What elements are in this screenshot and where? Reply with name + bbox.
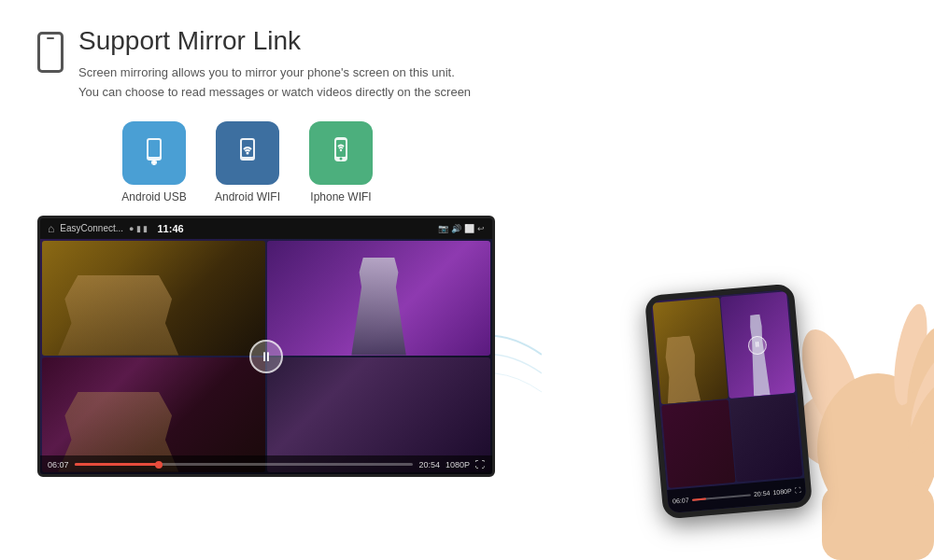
progress-start-time: 06:07 [48,460,69,469]
header-section: Support Mirror Link Screen mirroring all… [0,0,934,112]
progress-fill [75,463,160,466]
screen-icon: ⬜ [464,224,474,233]
iphone-thumb-2: ⏸ [720,291,796,399]
iphone-fullscreen-icon[interactable]: ⛶ [794,487,801,495]
svg-point-10 [340,157,343,160]
home-icon: ⌂ [48,222,54,235]
iphone-video-grid: ⏸ [650,289,804,490]
page-container: Support Mirror Link Screen mirroring all… [0,0,934,560]
status-icons: ● ▮ ▮ [129,224,148,233]
svg-rect-9 [336,140,346,157]
progress-end-time: 20:54 [418,460,440,469]
svg-rect-1 [149,140,160,157]
progress-track[interactable] [75,463,414,466]
video-area: ⏸ 06:07 20:54 1080P ⛶ [40,239,492,474]
iphone-device: ⏸ 06:07 20:54 1080P ⛶ [644,283,813,519]
phone-hand-wrapper: ⏸ 06:07 20:54 1080P ⛶ [542,168,934,560]
android-wifi-svg [229,134,266,172]
phone-icon [37,32,64,73]
android-wifi-icon-box [216,121,279,185]
iphone-end-time: 20:54 [754,490,771,498]
car-screen-wrapper: ⌂ EasyConnect... ● ▮ ▮ 11:46 📷 🔊 ⬜ ↩ [37,216,495,477]
video-progress: 06:07 20:54 1080P ⛶ [40,455,492,474]
status-time: 11:46 [158,223,184,234]
iphone-progress-fill [691,497,706,500]
android-usb-svg [135,134,173,172]
app-name: EasyConnect... [60,223,123,233]
fullscreen-icon[interactable]: ⛶ [475,459,485,469]
android-wifi-label: Android WIFI [215,190,280,203]
iphone-wifi-icon-box [309,121,373,185]
android-usb-item: Android USB [112,121,196,203]
iphone-wifi-svg [322,134,360,172]
camera-icon: 📷 [438,224,448,233]
singer-figure [340,258,418,356]
status-bar: ⌂ EasyConnect... ● ▮ ▮ 11:46 📷 🔊 ⬜ ↩ [40,218,492,239]
progress-quality: 1080P [446,460,470,469]
svg-point-7 [247,151,249,154]
subtitle-2: You can choose to read messages or watch… [78,83,897,103]
progress-dot [155,461,163,469]
video-thumb-1 [42,241,265,356]
android-usb-label: Android USB [121,190,186,203]
iphone-wifi-label: Iphone WIFI [310,190,371,203]
back-icon: ↩ [477,224,485,233]
play-pause-button[interactable]: ⏸ [249,340,283,373]
subtitle-1: Screen mirroring allows you to mirror yo… [78,63,897,83]
status-right-icons: 📷 🔊 ⬜ ↩ [438,224,485,233]
page-title: Support Mirror Link [78,26,897,56]
svg-point-11 [340,148,342,150]
iphone-play-button[interactable]: ⏸ [747,335,768,356]
pause-icon: ⏸ [260,349,273,364]
iphone-start-time: 06:07 [672,497,689,505]
car-screen: ⌂ EasyConnect... ● ▮ ▮ 11:46 📷 🔊 ⬜ ↩ [37,216,495,477]
iphone-wifi-item: Iphone WIFI [299,121,383,203]
iphone-progress-track[interactable] [691,494,751,501]
band-figure [51,275,185,356]
header-text: Support Mirror Link Screen mirroring all… [78,26,897,103]
android-usb-icon-box [122,121,186,185]
android-wifi-item: Android WIFI [205,121,290,203]
iphone-thumb-1 [653,297,729,404]
iphone-quality: 1080P [772,487,792,496]
iphone-thumb-4 [729,394,802,483]
video-thumb-2 [267,241,490,356]
iphone-screen: ⏸ 06:07 20:54 1080P ⛶ [650,289,806,513]
iphone-thumb-3 [661,399,735,488]
volume-icon: 🔊 [451,224,461,233]
svg-rect-19 [822,485,934,560]
